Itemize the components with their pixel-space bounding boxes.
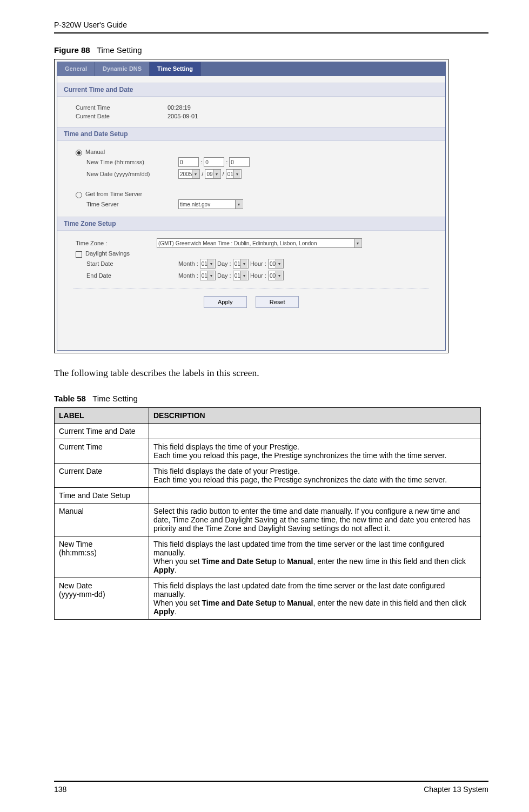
select-time-server[interactable]: time.nist.gov — [178, 199, 243, 209]
label-new-time: New Time (hh:mm:ss) — [86, 159, 178, 165]
section-tz-title: Time Zone Setup — [57, 217, 445, 231]
cell-label: Manual — [55, 504, 149, 536]
select-start-day[interactable]: 01 — [233, 259, 249, 269]
label-get-from-server: Get from Time Server — [85, 191, 142, 197]
cell-description — [149, 488, 481, 504]
select-end-day[interactable]: 01 — [233, 271, 249, 280]
label-time-zone: Time Zone : — [76, 240, 157, 246]
running-head: P-320W User's Guide — [54, 21, 488, 33]
cell-description: This field displays the time of your Pre… — [149, 439, 481, 464]
tab-general[interactable]: General — [57, 62, 95, 76]
screenshot-time-setting: General Dynamic DNS Time Setting Current… — [54, 59, 448, 353]
label-daylight-savings: Daylight Savings — [85, 250, 130, 257]
label-manual: Manual — [85, 149, 105, 155]
label-time-server: Time Server — [86, 201, 178, 207]
figure-caption: Figure 88 Time Setting — [54, 45, 488, 55]
table-title: Time Setting — [92, 394, 138, 403]
select-new-date-mm[interactable]: 09 — [205, 169, 220, 179]
th-description: DESCRIPTION — [149, 408, 481, 424]
checkbox-daylight-savings[interactable] — [76, 251, 82, 258]
section-current-title: Current Time and Date — [57, 83, 445, 97]
cell-description: Select this radio button to enter the ti… — [149, 504, 481, 536]
section-setup-title: Time and Date Setup — [57, 127, 445, 141]
cell-description: This field displays the last updated dat… — [149, 578, 481, 620]
table-row: ManualSelect this radio button to enter … — [55, 504, 481, 536]
label-day-2: Day : — [217, 272, 231, 279]
page-number: 138 — [54, 785, 66, 794]
cell-description: This field displays the last updated tim… — [149, 536, 481, 578]
label-end-date: End Date — [86, 272, 178, 279]
table-time-setting: LABEL DESCRIPTION Current Time and DateC… — [54, 407, 481, 620]
select-start-hour[interactable]: 00 — [268, 259, 284, 269]
body-text: The following table describes the labels… — [54, 367, 488, 379]
input-new-time-mm[interactable]: 0 — [204, 157, 224, 167]
th-label: LABEL — [55, 408, 149, 424]
cell-label: Current Time — [55, 439, 149, 464]
reset-button[interactable]: Reset — [256, 296, 299, 308]
figure-title: Time Setting — [97, 45, 142, 55]
cell-description — [149, 424, 481, 439]
label-current-date: Current Date — [76, 113, 168, 119]
select-time-zone[interactable]: (GMT) Greenwich Mean Time : Dublin, Edin… — [157, 238, 362, 248]
tab-time-setting[interactable]: Time Setting — [150, 62, 201, 76]
table-number: Table 58 — [54, 394, 86, 403]
tab-bar: General Dynamic DNS Time Setting — [57, 62, 445, 76]
input-new-time-hh[interactable]: 0 — [178, 157, 199, 167]
label-hour-2: Hour : — [250, 272, 266, 279]
table-row: Time and Date Setup — [55, 488, 481, 504]
label-current-time: Current Time — [76, 104, 168, 111]
cell-label: Current Time and Date — [55, 424, 149, 439]
value-current-time: 00:28:19 — [168, 104, 191, 111]
select-end-hour[interactable]: 00 — [268, 271, 284, 280]
cell-label: New Time (hh:mm:ss) — [55, 536, 149, 578]
chapter-title: Chapter 13 System — [424, 785, 488, 794]
table-row: Current TimeThis field displays the time… — [55, 439, 481, 464]
table-row: New Time (hh:mm:ss)This field displays t… — [55, 536, 481, 578]
table-row: Current DateThis field displays the date… — [55, 464, 481, 488]
select-start-month[interactable]: 01 — [200, 259, 216, 269]
radio-time-server[interactable] — [76, 192, 82, 198]
radio-manual[interactable] — [76, 150, 82, 156]
value-current-date: 2005-09-01 — [168, 113, 198, 119]
table-row: Current Time and Date — [55, 424, 481, 439]
tab-dynamic-dns[interactable]: Dynamic DNS — [95, 62, 150, 76]
select-new-date-dd[interactable]: 01 — [226, 169, 242, 179]
apply-button[interactable]: Apply — [204, 296, 247, 308]
figure-number: Figure 88 — [54, 45, 90, 55]
cell-label: Time and Date Setup — [55, 488, 149, 504]
input-new-time-ss[interactable]: 0 — [229, 157, 250, 167]
cell-description: This field displays the date of your Pre… — [149, 464, 481, 488]
label-month-2: Month : — [178, 272, 198, 279]
table-caption: Table 58 Time Setting — [54, 394, 488, 403]
label-start-date: Start Date — [86, 260, 178, 267]
table-row: New Date (yyyy-mm-dd)This field displays… — [55, 578, 481, 620]
page-footer: 138 Chapter 13 System — [54, 781, 488, 794]
cell-label: New Date (yyyy-mm-dd) — [55, 578, 149, 620]
select-end-month[interactable]: 01 — [200, 271, 216, 280]
select-new-date-yyyy[interactable]: 2005 — [178, 169, 200, 179]
label-hour: Hour : — [250, 260, 266, 267]
label-new-date: New Date (yyyy/mm/dd) — [86, 171, 178, 177]
cell-label: Current Date — [55, 464, 149, 488]
label-month: Month : — [178, 260, 198, 267]
label-day: Day : — [217, 260, 231, 267]
